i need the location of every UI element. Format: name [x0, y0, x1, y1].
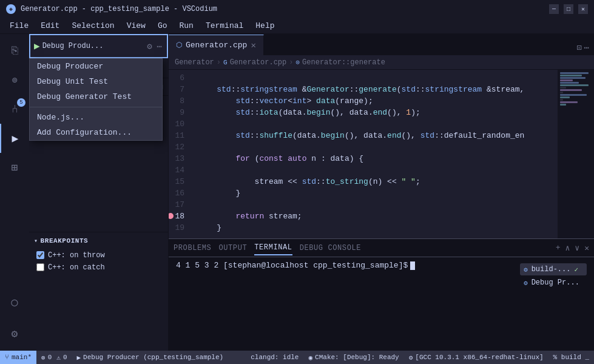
panel-tab-terminal[interactable]: TERMINAL: [254, 241, 292, 255]
terminal-build-check: ✓: [574, 266, 578, 274]
breadcrumb-sep1: ›: [217, 58, 221, 67]
breakpoint-catch-checkbox[interactable]: [36, 263, 44, 271]
status-gcc[interactable]: ⚙ [GCC 10.3.1 x86_64-redhat-linux]: [404, 351, 548, 364]
status-clangd[interactable]: clangd: idle: [246, 351, 303, 364]
activity-icon-account[interactable]: ◯: [0, 288, 29, 317]
activity-icon-extensions[interactable]: ⊞: [0, 153, 29, 182]
panel-tab-debug-console[interactable]: DEBUG CONSOLE: [300, 241, 361, 255]
breadcrumb-function[interactable]: Generator::generate: [302, 58, 385, 67]
line-num-13: 13: [169, 153, 188, 164]
breakpoint-catch-label: C++: on catch: [48, 263, 105, 272]
status-errors[interactable]: ⊗ 0 ⚠ 0: [36, 351, 72, 364]
panel-tab-problems[interactable]: PROBLEMS: [174, 241, 211, 255]
dropdown-divider: [30, 107, 162, 107]
code-content[interactable]: std::stringstream &Generator::generate(s…: [193, 70, 558, 238]
breadcrumb-fn-icon: ⊙: [295, 58, 300, 66]
panel-chevron-up-button[interactable]: ∧: [565, 243, 570, 253]
status-cmake[interactable]: ◉ CMake: [Debug]: Ready: [303, 351, 403, 364]
code-line-13: for (const auto n : data) {: [193, 153, 558, 164]
debug-toolbar: ▶ Debug Produ... ⚙ ⋯: [29, 34, 168, 58]
dropdown-item-add-config[interactable]: Add Configuration...: [30, 125, 162, 140]
warning-icon: ⚠: [56, 354, 61, 362]
breadcrumb-folder[interactable]: Generator: [175, 58, 214, 67]
breakpoint-indicator: [169, 213, 174, 219]
clangd-label: clangd: idle: [251, 354, 299, 361]
activity-icon-debug[interactable]: ▶: [0, 124, 29, 153]
minimap-line: [560, 89, 582, 91]
terminal-item-debug[interactable]: ⚙ Debug Pr...: [520, 277, 587, 289]
dropdown-item-nodejs[interactable]: Node.js...: [30, 110, 162, 125]
minimap-line: [560, 82, 579, 84]
dropdown-item-debug-generator-test[interactable]: Debug Generator Test: [30, 89, 162, 104]
code-line-9: std::iota(data.begin(), data.end(), 1);: [193, 107, 558, 118]
debug-status-icon: ▶: [76, 354, 81, 362]
debug-settings-button[interactable]: ⚙: [146, 40, 153, 53]
code-line-19: }: [193, 222, 558, 234]
panel-add-terminal-button[interactable]: +: [556, 243, 561, 252]
breadcrumb-sep2: ›: [289, 58, 293, 67]
minimap-line: [560, 96, 570, 98]
gcc-label: [GCC 10.3.1 x86_64-redhat-linux]: [415, 354, 543, 361]
minimap-line: [560, 99, 563, 101]
maximize-button[interactable]: □: [564, 4, 573, 14]
minimap: [558, 70, 594, 238]
minimize-button[interactable]: ─: [549, 4, 559, 14]
editor-area: ⬡ Generator.cpp ✕ ⊡ ⋯ Generator › G Gene…: [169, 34, 594, 351]
breadcrumb-file-icon: G: [223, 59, 228, 66]
warning-count: 0: [63, 354, 67, 361]
menu-item-file[interactable]: File: [5, 20, 33, 32]
panel-close-button[interactable]: ✕: [584, 243, 589, 253]
line-num-16: 16: [169, 187, 188, 199]
activity-bar: ⎘ ⊚ ⑃ 5 ▶ ⊞ ◯ ⚙: [0, 34, 29, 351]
panel-chevron-down-button[interactable]: ∨: [575, 243, 579, 253]
line-num-19: 19: [169, 222, 188, 234]
minimap-line: [560, 77, 586, 79]
panel-tab-output[interactable]: OUTPUT: [218, 241, 247, 255]
activity-icon-settings[interactable]: ⚙: [0, 319, 29, 348]
minimap-line: [560, 87, 566, 89]
editor-tab-generator[interactable]: ⬡ Generator.cpp ✕: [169, 35, 264, 55]
menu-item-run[interactable]: Run: [174, 20, 198, 32]
terminal-content: 4 1 5 3 2 [stephan@localhost cpp_testing…: [169, 257, 594, 351]
code-editor: 6 7 8 9 10 11 12 13 14 15 16 17 18 19: [169, 70, 594, 238]
dropdown-item-debug-producer[interactable]: Debug Producer: [30, 59, 162, 74]
close-button[interactable]: ✕: [578, 4, 588, 14]
menu-item-view[interactable]: View: [122, 20, 150, 32]
menu-item-go[interactable]: Go: [153, 20, 172, 32]
status-branch[interactable]: ⑂ main*: [0, 351, 36, 364]
code-line-14: [193, 164, 558, 176]
status-debug-name[interactable]: ▶ Debug Producer (cpp_testing_sample): [72, 351, 228, 364]
tab-close-button[interactable]: ✕: [251, 40, 255, 50]
menu-item-selection[interactable]: Selection: [67, 20, 119, 32]
breakpoints-section-header[interactable]: ▾ BREAKPOINTS: [29, 232, 168, 249]
gcc-icon: ⚙: [409, 354, 413, 362]
menu-item-terminal[interactable]: Terminal: [201, 20, 248, 32]
terminal-prompt-line: 4 1 5 3 2 [stephan@localhost cpp_testing…: [176, 261, 513, 270]
bottom-panel: PROBLEMS OUTPUT TERMINAL DEBUG CONSOLE +…: [169, 238, 594, 351]
title-bar: ◈ Generator.cpp - cpp_testing_sample - V…: [0, 0, 594, 18]
debug-config-name[interactable]: Debug Produ...: [42, 42, 143, 50]
terminal-item-build[interactable]: ⚙ build-... ✓: [520, 263, 587, 275]
terminal-debug-label: Debug Pr...: [532, 278, 579, 287]
breadcrumb: Generator › G Generator.cpp › ⊙ Generato…: [169, 55, 594, 70]
activity-icon-search[interactable]: ⊚: [0, 66, 29, 95]
breakpoints-chevron: ▾: [34, 237, 38, 244]
dropdown-item-debug-unit-test[interactable]: Debug Unit Test: [30, 74, 162, 89]
activity-icon-explorer[interactable]: ⎘: [0, 36, 29, 66]
terminal-main[interactable]: 4 1 5 3 2 [stephan@localhost cpp_testing…: [176, 261, 513, 347]
breadcrumb-file[interactable]: Generator.cpp: [230, 58, 287, 67]
line-num-8: 8: [169, 95, 188, 107]
terminal-cursor: [410, 261, 415, 270]
debug-play-icon[interactable]: ▶: [34, 40, 40, 52]
line-num-14: 14: [169, 164, 188, 176]
tab-split-button[interactable]: ⊡: [576, 42, 581, 53]
tab-more-button[interactable]: ⋯: [584, 42, 589, 53]
code-line-8: std::vector<int> data(range);: [193, 95, 558, 107]
menu-item-edit[interactable]: Edit: [36, 20, 64, 32]
terminal-build-icon: ⚙: [524, 266, 528, 274]
menu-item-help[interactable]: Help: [251, 20, 279, 32]
debug-more-button[interactable]: ⋯: [156, 40, 163, 53]
status-build[interactable]: % build _: [548, 351, 594, 364]
breakpoint-throw-checkbox[interactable]: [36, 251, 44, 259]
activity-icon-source-control[interactable]: ⑃ 5: [0, 95, 29, 124]
